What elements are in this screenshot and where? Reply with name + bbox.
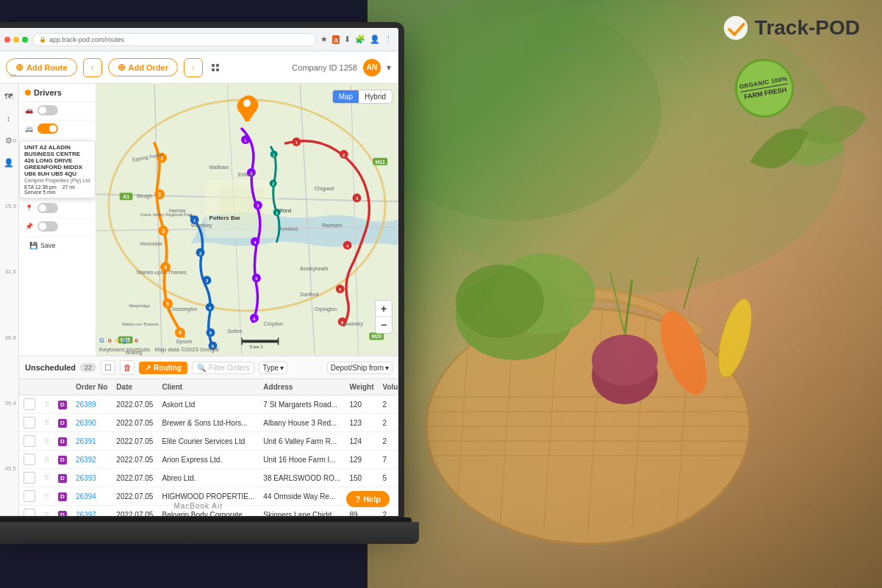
orders-copy-button[interactable]: ☐ [101,360,115,375]
driver-toggle-row-1: 🚗 [25,105,90,115]
filter-orders-input[interactable]: 🔍 Filter Orders [192,362,255,374]
svg-text:Hounslow: Hounslow [140,241,162,246]
maximize-dot[interactable] [22,37,28,43]
map-type-btn-hybrid[interactable]: Hybrid [359,90,392,103]
grid-view-button[interactable] [212,64,219,71]
svg-point-17 [456,265,544,338]
minimize-dot[interactable] [13,37,19,43]
row-drag[interactable]: ⠿ [40,395,54,414]
add-route-button[interactable]: ⊕ Add Route [6,58,77,76]
download-icon[interactable]: ⬇ [344,35,351,44]
sidebar-icon-user[interactable]: 👤 [2,156,15,169]
browser-bar: 🔒 app.track-pod.com/routes ★ a ⬇ 🧩 👤 ⋮ [0,28,398,51]
row-checkbox[interactable] [19,506,40,517]
row-address: Skinners Lane Chidd... [259,506,345,517]
row-order-no[interactable]: 26391 [71,432,112,451]
save-button[interactable]: 💾 Save [25,240,90,251]
row-order-no[interactable]: 26397 [71,506,112,517]
sidebar-icon-route[interactable]: ↕ [2,112,15,125]
svg-point-91 [243,100,251,107]
zoom-out-button[interactable]: − [376,317,392,333]
driver-toggle-row-4: 📌 [25,221,90,232]
sidebar-icon-map[interactable]: 🗺 [2,90,15,103]
help-icon: ? [355,495,360,503]
col-volume[interactable]: Volume [379,379,398,395]
table-row: ⠿ D 26391 2022.07.05 Elite Courier Servi… [19,432,398,451]
zoom-in-button[interactable]: + [376,301,392,317]
row-drag[interactable]: ⠿ [40,451,54,469]
svg-text:Rainham: Rainham [322,223,343,228]
row-date: 2022.07.05 [112,451,157,469]
company-id: Company ID 1258 [292,63,357,72]
user-menu-arrow[interactable]: ▾ [387,62,391,73]
bookmark-icon[interactable]: ★ [320,35,328,44]
amazon-icon[interactable]: a [332,35,340,44]
svg-text:Wembley: Wembley [191,223,212,229]
row-checkbox[interactable] [19,395,40,414]
add-order-button[interactable]: ⊕ Add Order [108,58,178,76]
svg-text:Waltham: Waltham [209,165,229,170]
routing-button[interactable]: ↗ Routing [139,362,187,374]
row-order-no[interactable]: 26392 [71,451,112,469]
svg-text:M11: M11 [376,159,386,165]
driver-toggle-2[interactable] [37,123,58,134]
row-checkbox[interactable] [19,451,40,469]
svg-text:Weybridge: Weybridge [129,304,151,308]
row-drag[interactable]: ⠿ [40,506,54,517]
svg-text:Orpington: Orpington [315,306,337,312]
svg-text:Enfield: Enfield [238,172,254,177]
depot-dropdown-arrow: ▾ [385,364,389,372]
profile-icon[interactable]: 👤 [370,35,380,44]
map-type-btn-map[interactable]: Map [333,90,359,103]
row-checkbox[interactable] [19,432,40,451]
svg-text:Croydon: Croydon [264,321,283,327]
col-date[interactable]: Date [112,379,157,395]
upload-icon: ↑ [90,63,95,72]
row-order-no[interactable]: 26390 [71,414,112,432]
orders-delete-button[interactable]: 🗑 [120,360,135,375]
order-upload-button[interactable]: ↑ [184,58,203,77]
sidebar-icon-settings[interactable]: ⚙ [2,134,15,147]
driver-toggle-1[interactable] [37,105,58,115]
row-drag[interactable]: ⠿ [40,432,54,451]
upload-button[interactable]: ↑ [83,58,102,77]
row-checkbox[interactable] [19,487,40,506]
svg-text:Sutton: Sutton [227,329,242,334]
orders-toolbar: Unscheduled 22 ☐ 🗑 ↗ Routing 🔍 Filter Or… [19,356,398,379]
close-dot[interactable] [4,37,10,43]
row-order-no[interactable]: 26389 [71,395,112,414]
row-date: 2022.07.05 [112,395,157,414]
row-order-no[interactable]: 26393 [71,469,112,487]
browser-address[interactable]: 🔒 app.track-pod.com/routes [32,33,316,46]
row-drag[interactable]: ⠿ [40,487,54,506]
puzzle-icon[interactable]: 🧩 [355,35,365,44]
depot-dropdown[interactable]: Depot/Ship from ▾ [327,362,392,374]
driver-toggle-row-3: 📍 [25,203,90,213]
type-dropdown[interactable]: Type ▾ [259,362,287,374]
orders-table: Order No Date Client Address Weight Volu… [19,379,398,516]
row-checkbox[interactable] [19,469,40,487]
user-avatar[interactable]: AN [363,59,381,76]
driver-toggle-4[interactable] [37,221,58,232]
row-checkbox[interactable] [19,414,40,432]
more-icon[interactable]: ⋮ [384,35,392,44]
svg-text:Chigwell: Chigwell [315,186,334,192]
svg-text:Ilford: Ilford [279,207,292,214]
table-header-row: Order No Date Client Address Weight Volu… [19,379,398,395]
col-weight[interactable]: Weight [345,379,378,395]
col-address[interactable]: Address [259,379,345,395]
col-drag [40,379,54,395]
col-checkbox [19,379,40,395]
help-button[interactable]: ? Help [346,491,390,507]
tooltip-service: Service 5 min [24,190,55,195]
row-drag[interactable]: ⠿ [40,469,54,487]
drivers-dot [25,90,31,96]
map-area[interactable]: 1 2 3 4 5 6 [96,84,398,356]
driver-toggle-3[interactable] [37,203,58,213]
row-order-no[interactable]: 26394 [71,487,112,506]
col-client[interactable]: Client [157,379,259,395]
svg-point-19 [592,334,658,386]
svg-text:M20: M20 [372,334,382,339]
col-order-no[interactable]: Order No [71,379,112,395]
row-drag[interactable]: ⠿ [40,414,54,432]
